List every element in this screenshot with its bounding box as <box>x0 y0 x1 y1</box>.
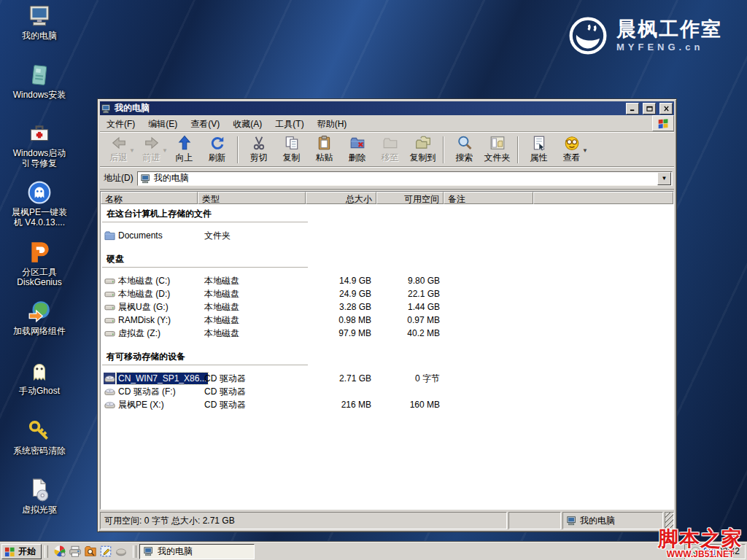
desktop-icon-windows-setup[interactable]: Windows安装 <box>1 63 77 100</box>
menu-file[interactable]: 文件(F) <box>100 115 142 131</box>
column-headers: 名称类型总大小可用空间备注 <box>101 192 673 204</box>
watermark-title: 脚本之家 <box>658 529 743 549</box>
drive-icon <box>104 314 115 326</box>
toolbar-separator <box>443 136 444 163</box>
item-free-space: 160 MB <box>376 400 444 410</box>
task-button-my-computer[interactable]: 我的电脑 <box>139 544 255 559</box>
toolbar-separator <box>237 136 239 163</box>
desktop-icon-password-clear[interactable]: 系统密码清除 <box>1 419 77 456</box>
list-item[interactable]: Documents文件夹 <box>101 229 673 242</box>
folders-button[interactable]: 文件夹 <box>481 135 514 165</box>
item-type: 本地磁盘 <box>198 301 306 314</box>
item-total-size: 3.28 GB <box>306 302 376 312</box>
item-name: 本地磁盘 (D:) <box>117 287 171 301</box>
list-item[interactable]: RAMDisk (Y:)本地磁盘0.98 MB0.97 MB <box>101 314 673 327</box>
toolbar: 后退▼前进▼向上刷新剪切复制粘贴删除移至复制到搜索文件夹属性查看▼ <box>100 132 674 167</box>
desktop-icon-virtual-cdrom[interactable]: 虚拟光驱 <box>1 478 77 515</box>
menu-edit[interactable]: 编辑(E) <box>142 115 184 131</box>
close-button[interactable] <box>659 103 673 114</box>
status-middle <box>508 512 561 529</box>
desktop-icon-diskgenius[interactable]: 分区工具 DiskGenius <box>1 240 77 288</box>
list-item[interactable]: 晨枫U盘 (G:)本地磁盘3.28 GB1.44 GB <box>101 300 673 314</box>
task-button-label: 我的电脑 <box>158 545 193 558</box>
item-type: 本地磁盘 <box>198 275 306 287</box>
item-name: CN_WIN7_SP1_X86... <box>117 373 208 384</box>
list-item[interactable]: 晨枫PE (X:)CD 驱动器216 MB160 MB <box>101 398 673 411</box>
desktop-icon-chenfeng-pe-installer[interactable]: 晨枫PE一键装 机 V4.0.13.... <box>1 180 77 228</box>
file-list-area: 名称类型总大小可用空间备注 在这台计算机上存储的文件Documents文件夹硬盘… <box>100 191 674 510</box>
column-header-type[interactable]: 类型 <box>198 192 306 204</box>
copy-to-button[interactable]: 复制到 <box>406 135 439 165</box>
refresh-button[interactable]: 刷新 <box>201 135 233 165</box>
item-name-cell: CD 驱动器 (F:) <box>101 385 198 399</box>
views-button[interactable]: 查看▼ <box>555 135 588 165</box>
taskband-handle[interactable] <box>133 545 136 558</box>
search-icon <box>457 135 473 151</box>
list-item[interactable]: 虚拟盘 (Z:)本地磁盘97.9 MB40.2 MB <box>101 327 673 340</box>
menu-bar: 文件(F)编辑(E)查看(V)收藏(A)工具(T)帮助(H) <box>100 115 674 132</box>
window-title: 我的电脑 <box>114 102 622 114</box>
item-name-cell: 虚拟盘 (Z:) <box>101 327 198 341</box>
menu-tools[interactable]: 工具(T) <box>268 115 310 131</box>
desktop-icon-load-network[interactable]: 加载网络组件 <box>1 299 77 336</box>
maximize-button[interactable] <box>643 103 656 114</box>
desktop-icon-label: 虚拟光驱 <box>1 505 77 515</box>
menu-help[interactable]: 帮助(H) <box>311 115 354 131</box>
move-to-icon <box>382 135 398 151</box>
column-header-name[interactable]: 名称 <box>101 192 198 204</box>
diskgenius-icon <box>1 240 77 265</box>
item-type: 文件夹 <box>198 230 306 242</box>
back-button: 后退▼ <box>102 135 135 165</box>
file-list: 在这台计算机上存储的文件Documents文件夹硬盘本地磁盘 (C:)本地磁盘1… <box>101 204 673 411</box>
quicklaunch-snapshot-icon[interactable] <box>99 545 112 558</box>
address-value: 我的电脑 <box>154 172 189 184</box>
menu-view[interactable]: 查看(V) <box>184 115 226 131</box>
column-header-comments[interactable]: 备注 <box>444 192 533 204</box>
item-free-space: 1.44 GB <box>376 302 444 312</box>
item-free-space: 22.1 GB <box>376 289 444 299</box>
copy-button[interactable]: 复制 <box>275 135 308 165</box>
list-item[interactable]: 本地磁盘 (D:)本地磁盘24.9 GB22.1 GB <box>101 287 673 300</box>
item-type: 本地磁盘 <box>198 314 306 327</box>
status-left: 可用空间: 0 字节 总大小: 2.71 GB <box>100 512 507 529</box>
forward-button: 前进▼ <box>135 135 168 165</box>
cd-drive-icon <box>104 386 115 397</box>
cut-button[interactable]: 剪切 <box>242 135 275 165</box>
delete-button[interactable]: 删除 <box>341 135 374 165</box>
list-item[interactable]: 本地磁盘 (C:)本地磁盘14.9 GB9.80 GB <box>101 274 673 287</box>
task-computer-icon <box>144 546 154 556</box>
windows-boot-repair-icon <box>1 121 77 146</box>
properties-button[interactable]: 属性 <box>522 135 555 165</box>
menu-favorites[interactable]: 收藏(A) <box>226 115 268 131</box>
quicklaunch-printer-icon[interactable] <box>69 545 82 558</box>
drive-icon <box>104 288 115 300</box>
desktop-icon-my-computer[interactable]: 我的电脑 <box>1 4 77 41</box>
move-to-button: 移至 <box>374 135 406 165</box>
file-group-2: 有可移动存储的设备CN_WIN7_SP1_X86...CD 驱动器2.71 GB… <box>101 349 673 411</box>
item-total-size: 2.71 GB <box>306 373 376 384</box>
column-header-free-space[interactable]: 可用空间 <box>376 192 444 204</box>
paste-button[interactable]: 粘贴 <box>308 135 341 165</box>
desktop-icon-manual-ghost[interactable]: 手动Ghost <box>1 359 77 396</box>
group-title: 在这台计算机上存储的文件 <box>102 206 308 222</box>
item-free-space: 9.80 GB <box>376 276 444 286</box>
status-bar: 可用空间: 0 字节 总大小: 2.71 GB 我的电脑 <box>100 510 674 529</box>
search-button[interactable]: 搜索 <box>448 135 481 165</box>
start-button[interactable]: 开始 <box>1 544 42 559</box>
quicklaunch-handle[interactable] <box>44 545 48 558</box>
minimize-button[interactable] <box>626 103 639 114</box>
quicklaunch-stone-icon[interactable] <box>115 545 128 558</box>
folder-icon <box>104 230 115 241</box>
address-dropdown-icon[interactable]: ▼ <box>657 172 671 185</box>
desktop-icon-label: Windows安装 <box>1 90 77 100</box>
dropdown-arrow-icon: ▼ <box>162 147 168 154</box>
column-header-total-size[interactable]: 总大小 <box>306 192 376 204</box>
quicklaunch-folder-search-icon[interactable] <box>84 545 97 558</box>
list-item[interactable]: CN_WIN7_SP1_X86...CD 驱动器2.71 GB0 字节 <box>101 372 673 385</box>
up-button[interactable]: 向上 <box>168 135 201 165</box>
list-item[interactable]: CD 驱动器 (F:)CD 驱动器 <box>101 385 673 398</box>
desktop-icon-windows-boot-repair[interactable]: Windows启动 引导修复 <box>1 121 77 169</box>
quicklaunch-pinwheel-icon[interactable] <box>53 545 66 558</box>
titlebar[interactable]: 我的电脑 <box>100 101 674 115</box>
address-combo[interactable]: 我的电脑 ▼ <box>137 171 673 186</box>
